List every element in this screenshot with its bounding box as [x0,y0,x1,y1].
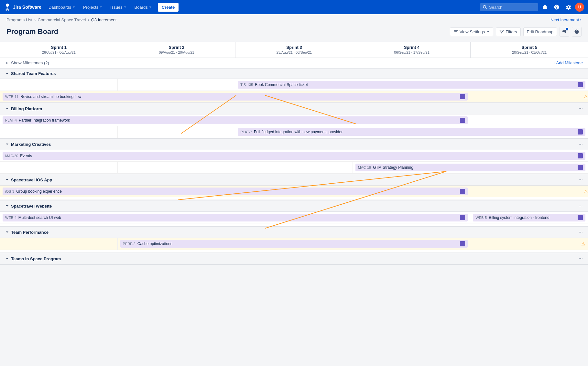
nav-projects[interactable]: Projects [80,3,106,12]
team-header-space-program[interactable]: Teams In Space Program ··· [0,253,588,264]
next-increment-link[interactable]: Next Increment › [550,17,582,22]
create-button[interactable]: Create [158,3,179,12]
team-section-billing: Billing Platform ··· PLAT-4 Partner Inte… [0,103,588,138]
card-action-web11[interactable] [460,94,465,99]
app-logo[interactable]: Jira Software [4,4,41,11]
page-title: Program Board [6,27,58,36]
user-avatar[interactable]: U [575,3,584,12]
nav-dashboards[interactable]: Dashboards [45,3,79,12]
chevron-down-icon [5,72,9,76]
warning-icon-ios3: ⚠ [584,189,588,194]
sprint-col-5: Sprint 5 20/Sep/21 · 01/Oct/21 [470,42,588,58]
team-section-ios: Spacetravel iOS App ··· iOS-3 Group book… [0,174,588,200]
team-header-shared[interactable]: Shared Team Features [0,68,588,79]
feature-row-mac19: MAC-19 GTM Strategy Planning [0,162,588,174]
breadcrumb-project[interactable]: Commercial Space Travel [38,17,86,22]
sprint-col-3: Sprint 3 23/Aug/21 · 03/Sep/21 [235,42,353,58]
nav-issues[interactable]: Issues [107,3,130,12]
feature-card-web11[interactable]: WEB-11 Revise and streamline booking flo… [3,93,468,101]
announce-button[interactable] [560,27,569,37]
team-menu-space-program[interactable]: ··· [579,256,583,262]
team-header-billing[interactable]: Billing Platform ··· [0,103,588,114]
feature-card-mac19[interactable]: MAC-19 GTM Strategy Planning [355,164,585,171]
sprint-col-2: Sprint 2 09/Aug/21 · 20/Aug/21 [118,42,235,58]
filter-icon [499,29,504,34]
team-section-performance: Team Performance ··· PERF-2 Cache optimi… [0,226,588,253]
breadcrumb: Programs List › Commercial Space Travel … [0,14,588,26]
card-action-tis135[interactable] [578,82,583,87]
feature-row-web11: WEB-11 Revise and streamline booking flo… [0,91,588,102]
chevron-right-icon [5,61,9,65]
sprint-4-dates: 06/Sep/21 · 17/Sep/21 [358,50,465,54]
team-name-space-program: Teams In Space Program [11,256,61,261]
warning-icon-perf2: ⚠ [581,241,585,246]
page-header: Program Board View Settings Filters Edit… [0,26,588,42]
team-header-marketing[interactable]: Marketing Creatives ··· [0,138,588,150]
team-section-website: Spacetravel Website ··· WEB-4 Multi-dest… [0,200,588,226]
feature-card-tis135[interactable]: TIS-135 Book Commercial Space ticket [238,81,585,89]
feature-card-plat4[interactable]: PLAT-4 Partner Integration framework [3,116,468,124]
feature-card-web5[interactable]: WEB-5 Billing system integration - front… [473,214,585,221]
sprint-col-4: Sprint 4 06/Sep/21 · 17/Sep/21 [353,42,471,58]
card-action-web4[interactable] [460,215,465,220]
edit-roadmap-button[interactable]: Edit Roadmap [523,27,557,36]
card-action-mac19[interactable] [578,165,583,170]
card-action-perf2[interactable] [460,241,465,246]
team-menu-performance[interactable]: ··· [579,229,583,235]
sprint-3-dates: 23/Aug/21 · 03/Sep/21 [241,50,348,54]
view-settings-icon [453,29,458,34]
view-settings-button[interactable]: View Settings [450,27,494,36]
chevron-down-icon [5,257,9,261]
feature-card-ios3[interactable]: iOS-3 Group booking experience [3,188,468,195]
filters-button[interactable]: Filters [496,27,520,36]
chevron-down-icon [5,107,9,111]
breadcrumb-programs-list[interactable]: Programs List [6,17,32,22]
team-section-shared: Shared Team Features TIS-135 Book Commer… [0,68,588,103]
board-container: Sprint 1 26/Jul/21 · 06/Aug/21 Sprint 2 … [0,42,588,265]
card-action-web5[interactable] [578,215,583,220]
settings-button[interactable] [563,2,573,12]
chevron-down-icon [5,178,9,182]
sprint-2-dates: 09/Aug/21 · 20/Aug/21 [123,50,230,54]
team-menu-ios[interactable]: ··· [579,177,583,183]
add-milestone-button[interactable]: + Add Milestone [553,60,583,65]
notification-dot [547,3,549,5]
feature-card-perf2[interactable]: PERF-2 Cache optimizations [120,240,468,248]
sprint-2-name: Sprint 2 [123,45,230,50]
notifications-button[interactable] [540,2,550,12]
team-section-space-program: Teams In Space Program ··· [0,253,588,265]
sprint-3-name: Sprint 3 [241,45,348,50]
board-help-button[interactable] [572,27,582,37]
team-header-performance[interactable]: Team Performance ··· [0,226,588,238]
card-action-mac20[interactable] [578,153,583,158]
sprint-1-name: Sprint 1 [5,45,113,50]
feature-row-plat4: PLAT-4 Partner Integration framework [0,114,588,126]
breadcrumb-current: Q3 Increment [91,17,117,22]
sprint-5-dates: 20/Sep/21 · 01/Oct/21 [476,50,583,54]
card-action-ios3[interactable] [460,189,465,194]
team-menu-billing[interactable]: ··· [579,106,583,112]
help-button[interactable] [552,2,561,12]
card-action-plat7[interactable] [578,129,583,135]
team-name-billing: Billing Platform [11,106,42,111]
card-action-plat4[interactable] [460,118,465,123]
team-menu-website[interactable]: ··· [579,203,583,209]
team-section-marketing: Marketing Creatives ··· MAC-20 Events [0,138,588,174]
feature-card-web4[interactable]: WEB-4 Multi-dest search UI web [3,214,468,221]
milestones-row[interactable]: Show Milestones (2) + Add Milestone [0,58,588,68]
app-name: Jira Software [13,5,41,10]
feature-card-mac20[interactable]: MAC-20 Events [3,152,585,160]
team-header-website[interactable]: Spacetravel Website ··· [0,200,588,212]
search-input[interactable] [480,3,538,11]
team-menu-marketing[interactable]: ··· [579,141,583,147]
team-name-website: Spacetravel Website [11,204,52,209]
feature-row-mac20: MAC-20 Events [0,150,588,162]
feature-row-perf2: PERF-2 Cache optimizations ⚠ [0,238,588,250]
milestones-label: Show Milestones (2) [11,60,49,65]
chevron-down-icon [5,204,9,208]
nav-boards[interactable]: Boards [131,3,155,12]
team-header-ios[interactable]: Spacetravel iOS App ··· [0,174,588,186]
feature-row-plat7: PLAT-7 Full-fledged integration with new… [0,126,588,138]
team-name-shared: Shared Team Features [11,71,56,76]
feature-card-plat7[interactable]: PLAT-7 Full-fledged integration with new… [238,128,585,136]
